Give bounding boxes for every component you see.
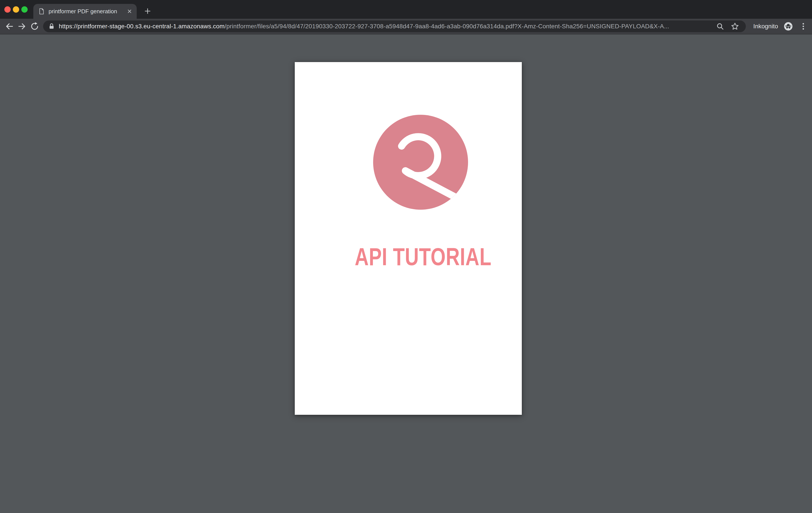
document-icon [38,8,45,15]
magnifier-icon[interactable] [716,22,724,31]
toolbar: https://printformer-stage-00.s3.eu-centr… [0,19,812,34]
back-button[interactable] [3,20,16,33]
kebab-menu-icon [799,22,808,31]
window-close-button[interactable] [4,6,11,12]
pdf-page: API TUTORIAL [295,62,522,415]
window-controls [4,6,28,12]
reload-icon [30,22,39,31]
address-bar[interactable]: https://printformer-stage-00.s3.eu-centr… [43,21,746,32]
incognito-icon [784,22,793,31]
lock-icon[interactable] [48,23,55,30]
url-origin: https://printformer-stage-00.s3.eu-centr… [59,23,225,30]
pdf-title: API TUTORIAL [330,245,516,269]
tab-title: printformer PDF generation [49,8,125,15]
incognito-label: Inkognito [753,23,778,30]
window-minimize-button[interactable] [13,6,19,12]
window-zoom-button[interactable] [21,6,28,12]
bookmark-star-icon[interactable] [731,22,739,31]
plus-icon [143,7,152,15]
url-text: https://printformer-stage-00.s3.eu-centr… [59,23,669,30]
browser-window: printformer PDF generation [0,0,812,513]
new-tab-button[interactable] [142,5,154,17]
tab-close-icon[interactable] [125,7,134,16]
tab-strip: printformer PDF generation [0,0,812,19]
forward-button[interactable] [16,20,28,33]
arrow-right-icon [17,22,27,31]
pdf-viewer[interactable]: API TUTORIAL [0,34,812,513]
reload-button[interactable] [28,20,41,33]
printformer-logo-icon [373,115,468,210]
arrow-left-icon [5,22,14,31]
toolbar-right-cluster: Inkognito [753,22,810,31]
url-path: /printformer/files/a5/94/8d/47/20190330-… [225,23,669,30]
browser-menu-button[interactable] [799,22,808,31]
browser-tab-active[interactable]: printformer PDF generation [33,4,137,19]
